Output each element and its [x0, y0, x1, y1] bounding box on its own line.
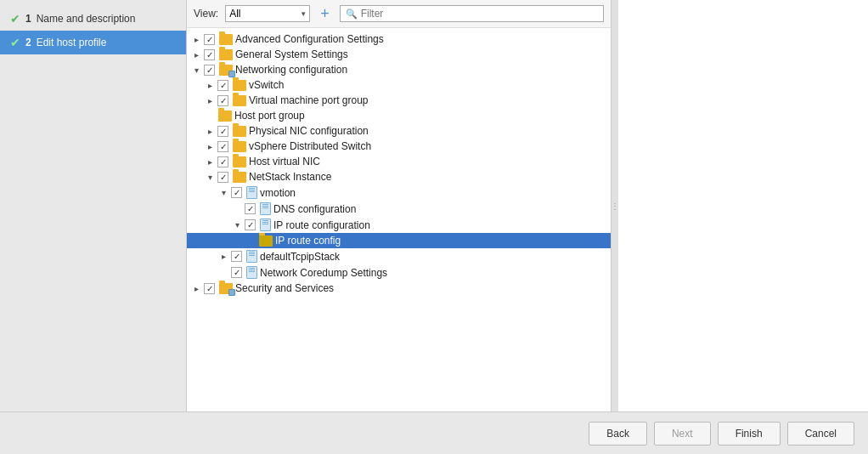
expand-btn-vswitch[interactable]	[204, 81, 216, 90]
filter-input-wrap: 🔍	[340, 5, 604, 22]
tree-children-netstack: vmotion	[187, 184, 611, 281]
tree-row-security[interactable]: Security and Services	[187, 281, 611, 296]
checkbox-vswitch[interactable]	[217, 80, 228, 91]
tree-row-host-port-group[interactable]: Host port group	[187, 108, 611, 123]
label-default-tcpip: defaultTcpipStack	[260, 251, 340, 263]
tree-row-vmotion[interactable]: vmotion	[187, 184, 611, 201]
tree-row-default-tcpip[interactable]: defaultTcpipStack	[187, 248, 611, 264]
tree-body[interactable]: Advanced Configuration Settings General …	[187, 28, 611, 411]
tree-row-netstack[interactable]: NetStack Instance	[187, 169, 611, 184]
expand-btn-vm-port-group[interactable]	[204, 96, 216, 105]
folder-icon-general-system	[219, 49, 233, 60]
expand-btn-general-system[interactable]	[190, 50, 202, 60]
tree-node-physical-nic: Physical NIC configuration	[187, 123, 611, 139]
check-icon-2: ✔	[10, 36, 20, 49]
expand-btn-vsphere-distributed[interactable]	[204, 142, 216, 151]
next-button[interactable]: Next	[654, 422, 711, 445]
tree-node-general-system: General System Settings	[187, 47, 611, 62]
step-num-2: 2	[25, 37, 31, 48]
label-physical-nic: Physical NIC configuration	[249, 125, 369, 137]
checkbox-general-system[interactable]	[204, 49, 215, 60]
folder-icon-host-virtual-nic	[233, 156, 246, 167]
view-select-wrapper[interactable]: All Errors only Warnings only	[225, 5, 310, 22]
checkbox-netstack[interactable]	[217, 172, 228, 183]
label-vsphere-distributed: vSphere Distributed Switch	[249, 140, 371, 152]
file-icon-ip-route-parent	[260, 218, 271, 231]
tree-row-vswitch[interactable]: vSwitch	[187, 77, 611, 93]
detail-panel	[618, 0, 868, 411]
tree-node-host-port-group: Host port group	[187, 108, 611, 123]
checkbox-physical-nic[interactable]	[217, 126, 228, 137]
expand-btn-vmotion[interactable]	[217, 188, 229, 197]
expand-btn-physical-nic[interactable]	[204, 127, 216, 136]
tree-row-networking[interactable]: Networking configuration	[187, 62, 611, 77]
checkbox-ip-route-parent[interactable]	[245, 219, 256, 230]
checkbox-advanced-config[interactable]	[204, 34, 215, 45]
checkbox-vm-port-group[interactable]	[217, 95, 228, 106]
folder-icon-security	[219, 283, 233, 294]
label-host-port-group: Host port group	[234, 110, 305, 122]
folder-icon-netstack	[233, 172, 246, 183]
file-icon-vmotion	[246, 186, 257, 199]
label-vswitch: vSwitch	[249, 79, 284, 91]
add-button[interactable]: +	[317, 6, 333, 21]
tree-row-network-coredump[interactable]: Network Coredump Settings	[187, 264, 611, 281]
tree-row-advanced-config[interactable]: Advanced Configuration Settings	[187, 31, 611, 47]
sidebar-item-edit-host-profile[interactable]: ✔ 2 Edit host profile	[0, 31, 186, 54]
checkbox-security[interactable]	[204, 283, 215, 294]
label-ip-route-config: IP route config	[275, 235, 341, 247]
back-button[interactable]: Back	[589, 422, 647, 445]
expand-btn-host-virtual-nic[interactable]	[204, 157, 216, 167]
checkbox-default-tcpip[interactable]	[231, 251, 242, 262]
cancel-button[interactable]: Cancel	[787, 422, 854, 445]
tree-toolbar: View: All Errors only Warnings only + 🔍	[187, 0, 611, 28]
folder-icon-vswitch	[233, 80, 246, 91]
tree-row-general-system[interactable]: General System Settings	[187, 47, 611, 62]
expand-btn-security[interactable]	[190, 284, 202, 293]
label-general-system: General System Settings	[235, 48, 348, 60]
tree-row-vm-port-group[interactable]: Virtual machine port group	[187, 93, 611, 108]
finish-button[interactable]: Finish	[718, 422, 781, 445]
filter-input[interactable]	[361, 8, 598, 20]
divider-handle[interactable]: ⋮	[612, 0, 618, 411]
expand-btn-ip-route-parent[interactable]	[231, 220, 243, 230]
file-icon-default-tcpip	[246, 250, 257, 263]
expand-btn-advanced-config[interactable]	[190, 35, 202, 44]
tree-row-ip-route-config[interactable]: IP route config	[187, 233, 611, 248]
tree-row-ip-route-config-parent[interactable]: IP route configuration	[187, 217, 611, 233]
check-icon-1: ✔	[10, 12, 20, 26]
tree-node-ip-route-config-parent: IP route configuration	[187, 217, 611, 248]
footer: Back Next Finish Cancel	[0, 411, 868, 454]
expand-btn-default-tcpip[interactable]	[217, 252, 229, 261]
label-advanced-config: Advanced Configuration Settings	[235, 33, 384, 45]
tree-node-vswitch: vSwitch	[187, 77, 611, 93]
file-icon-network-coredump	[246, 266, 257, 279]
expand-btn-netstack[interactable]	[204, 173, 216, 182]
folder-icon-host-port-group	[218, 111, 232, 122]
folder-icon-advanced-config	[219, 34, 233, 45]
sidebar-item-name-description[interactable]: ✔ 1 Name and description	[0, 7, 186, 31]
expand-btn-networking[interactable]	[190, 65, 202, 75]
tree-node-ip-route-config: IP route config	[187, 233, 611, 248]
step-num-1: 1	[25, 13, 31, 25]
checkbox-networking[interactable]	[204, 65, 215, 76]
checkbox-network-coredump[interactable]	[231, 267, 242, 278]
checkbox-vmotion[interactable]	[231, 187, 242, 198]
folder-icon-physical-nic	[233, 126, 246, 137]
folder-icon-vsphere-distributed	[233, 141, 246, 152]
checkbox-vsphere-distributed[interactable]	[217, 141, 228, 152]
checkbox-dns[interactable]	[245, 203, 256, 214]
file-icon-dns	[260, 202, 271, 215]
checkbox-host-virtual-nic[interactable]	[217, 156, 228, 167]
main-container: ✔ 1 Name and description ✔ 2 Edit host p…	[0, 0, 868, 454]
tree-children-networking: vSwitch Virtual machine port group	[187, 77, 611, 281]
tree-row-dns-config[interactable]: DNS configuration	[187, 201, 611, 217]
tree-node-vm-port-group: Virtual machine port group	[187, 93, 611, 108]
tree-row-host-virtual-nic[interactable]: Host virtual NIC	[187, 154, 611, 169]
view-select[interactable]: All Errors only Warnings only	[225, 5, 310, 22]
tree-row-physical-nic[interactable]: Physical NIC configuration	[187, 123, 611, 139]
tree-panel: View: All Errors only Warnings only + 🔍	[187, 0, 612, 411]
folder-icon-vm-port-group	[233, 95, 246, 106]
tree-row-vsphere-distributed[interactable]: vSphere Distributed Switch	[187, 139, 611, 154]
tree-children-ip-route-parent: IP route config	[187, 233, 611, 248]
